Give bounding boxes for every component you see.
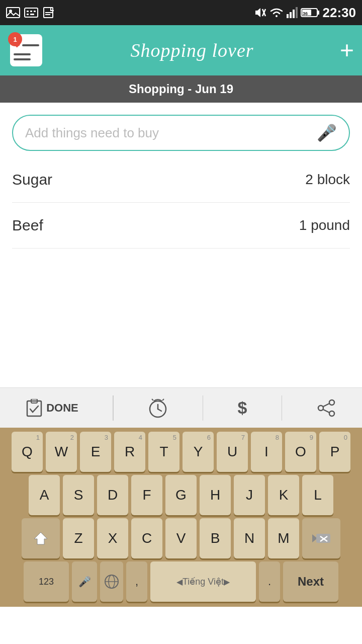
svg-line-32 bbox=[323, 404, 329, 407]
key-s[interactable]: S bbox=[63, 475, 94, 515]
key-comma[interactable]: , bbox=[126, 561, 147, 602]
key-e[interactable]: 3E bbox=[80, 432, 111, 472]
key-globe[interactable] bbox=[100, 561, 123, 602]
share-button[interactable] bbox=[309, 394, 344, 422]
key-u[interactable]: 7U bbox=[217, 432, 248, 472]
svg-point-30 bbox=[318, 406, 323, 411]
key-i[interactable]: 8I bbox=[251, 432, 282, 472]
svg-line-26 bbox=[158, 409, 161, 411]
svg-rect-15 bbox=[290, 12, 292, 18]
share-icon bbox=[317, 398, 336, 418]
key-p[interactable]: 0P bbox=[319, 432, 350, 472]
file-icon bbox=[42, 7, 56, 18]
search-placeholder: Add things need to buy bbox=[25, 125, 317, 141]
shopping-list: Sugar 2 block Beef 1 pound bbox=[0, 157, 362, 249]
key-a[interactable]: A bbox=[29, 475, 60, 515]
status-icons-left bbox=[6, 7, 56, 18]
clock-icon bbox=[148, 398, 168, 418]
key-n[interactable]: N bbox=[234, 518, 265, 558]
key-c[interactable]: C bbox=[131, 518, 162, 558]
svg-rect-19 bbox=[317, 11, 319, 15]
svg-text:36: 36 bbox=[303, 11, 308, 16]
svg-line-27 bbox=[152, 399, 153, 400]
key-o[interactable]: 9O bbox=[285, 432, 316, 472]
key-l[interactable]: L bbox=[302, 475, 333, 515]
dollar-button[interactable]: $ bbox=[229, 394, 255, 422]
svg-rect-16 bbox=[293, 10, 295, 18]
svg-marker-34 bbox=[34, 532, 47, 544]
svg-rect-4 bbox=[30, 11, 32, 12]
svg-rect-6 bbox=[27, 14, 29, 15]
shift-icon bbox=[33, 531, 48, 546]
done-button[interactable]: DONE bbox=[18, 395, 86, 421]
key-m[interactable]: M bbox=[268, 518, 299, 558]
clock-button[interactable] bbox=[140, 394, 176, 422]
app-header: ❤ 1 Shopping lover + bbox=[0, 25, 362, 75]
key-h[interactable]: H bbox=[200, 475, 231, 515]
key-k[interactable]: K bbox=[268, 475, 299, 515]
backspace-icon bbox=[312, 532, 330, 545]
svg-rect-3 bbox=[27, 11, 29, 12]
svg-rect-14 bbox=[287, 14, 289, 18]
svg-point-29 bbox=[329, 400, 334, 405]
image-icon bbox=[6, 7, 20, 18]
key-w[interactable]: 2W bbox=[46, 432, 77, 472]
keyboard-row-2: A S D F G H J K L bbox=[2, 475, 360, 515]
language-label: Tiếng Việt bbox=[183, 576, 224, 587]
key-b[interactable]: B bbox=[200, 518, 231, 558]
svg-line-28 bbox=[162, 399, 164, 400]
key-d[interactable]: D bbox=[97, 475, 128, 515]
keyboard-row-4: 123 🎤 , ◀ Tiếng Việt ▶ . Next bbox=[2, 561, 360, 602]
keyboard: 1Q 2W 3E 4R 5T 6Y 7U 8I 9O 0P A S D F G … bbox=[0, 428, 362, 607]
key-f[interactable]: F bbox=[131, 475, 162, 515]
next-key[interactable]: Next bbox=[283, 561, 338, 602]
space-key[interactable]: ◀ Tiếng Việt ▶ bbox=[150, 561, 256, 602]
battery-icon: 36 bbox=[301, 7, 320, 18]
key-r[interactable]: 4R bbox=[114, 432, 145, 472]
svg-line-33 bbox=[323, 410, 329, 413]
key-x[interactable]: X bbox=[97, 518, 128, 558]
backspace-key[interactable] bbox=[302, 518, 340, 558]
key-q[interactable]: 1Q bbox=[12, 432, 43, 472]
svg-rect-7 bbox=[30, 14, 34, 15]
menu-button[interactable]: ❤ 1 bbox=[8, 32, 44, 68]
svg-rect-5 bbox=[34, 11, 36, 12]
keyboard-icon bbox=[24, 7, 38, 18]
sub-header: Shopping - Jun 19 bbox=[0, 75, 362, 103]
status-bar: 36 22:30 bbox=[0, 0, 362, 25]
shift-key[interactable] bbox=[22, 518, 60, 558]
key-g[interactable]: G bbox=[165, 475, 197, 515]
key-y[interactable]: 6Y bbox=[183, 432, 214, 472]
key-z[interactable]: Z bbox=[63, 518, 94, 558]
keyboard-row-1: 1Q 2W 3E 4R 5T 6Y 7U 8I 9O 0P bbox=[2, 432, 360, 472]
item-qty: 1 pound bbox=[299, 217, 350, 233]
toolbar-separator bbox=[203, 395, 204, 421]
toolbar-separator bbox=[113, 395, 114, 421]
mic-icon[interactable]: 🎤 bbox=[317, 123, 337, 142]
dollar-icon: $ bbox=[237, 398, 247, 418]
svg-rect-0 bbox=[7, 8, 20, 18]
svg-marker-11 bbox=[255, 8, 260, 17]
time-display: 22:30 bbox=[323, 5, 356, 21]
search-input-box[interactable]: Add things need to buy 🎤 bbox=[12, 115, 350, 151]
item-name: Beef bbox=[12, 217, 43, 234]
mic-key[interactable]: 🎤 bbox=[72, 561, 97, 602]
key-j[interactable]: J bbox=[234, 475, 265, 515]
globe-icon bbox=[104, 574, 119, 589]
list-item[interactable]: Sugar 2 block bbox=[12, 157, 350, 203]
wifi-icon bbox=[269, 7, 284, 18]
mute-icon bbox=[254, 7, 266, 18]
key-period[interactable]: . bbox=[259, 561, 280, 602]
key-t[interactable]: 5T bbox=[148, 432, 179, 472]
add-button[interactable]: + bbox=[340, 38, 354, 62]
shopping-date-label: Shopping - Jun 19 bbox=[129, 82, 233, 96]
number-mode-key[interactable]: 123 bbox=[24, 561, 69, 602]
item-name: Sugar bbox=[12, 171, 52, 188]
key-v[interactable]: V bbox=[165, 518, 197, 558]
list-item[interactable]: Beef 1 pound bbox=[12, 203, 350, 249]
svg-point-31 bbox=[329, 411, 334, 416]
status-icons-right: 36 22:30 bbox=[254, 5, 356, 21]
clipboard-icon bbox=[26, 399, 42, 417]
svg-rect-17 bbox=[296, 7, 298, 18]
done-label: DONE bbox=[46, 401, 78, 415]
